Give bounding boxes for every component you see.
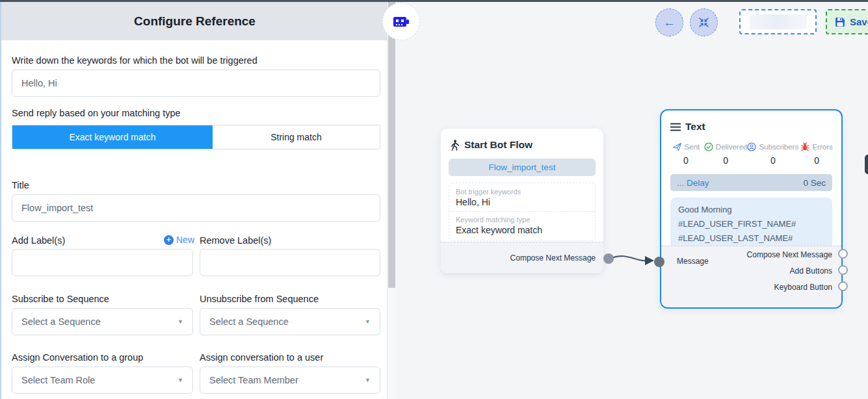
flow-name-button[interactable]: Flow_import_test [449, 159, 596, 176]
panel-header: Configure Reference [1, 2, 388, 40]
new-label-text: New [176, 235, 194, 245]
team-role-select[interactable]: Select Team Role ▼ [12, 367, 193, 394]
stat-errors-label: Errors [812, 143, 832, 151]
stat-delivered-value: 0 [723, 155, 728, 166]
arrow-left-icon: ← [663, 16, 676, 29]
panel-title: Configure Reference [134, 14, 256, 29]
compress-icon [698, 17, 709, 28]
add-labels-label: Add Label(s) [12, 235, 65, 246]
delay-row[interactable]: ... Delay 0 Sec [670, 174, 832, 191]
assign-group-label: Assign Conversation to a group [12, 352, 143, 363]
message-text-bubble[interactable]: Good Morning #LEAD_USER_FIRST_NAME# #LEA… [670, 198, 832, 251]
stat-errors-value: 0 [814, 155, 819, 166]
matching-type-mini-label: Keyword matching type [456, 216, 588, 224]
message-input-port[interactable] [654, 257, 664, 267]
panel-scrollbar-thumb[interactable] [388, 2, 395, 288]
title-label: Title [12, 180, 29, 190]
stat-delivered: Delivered 0 [704, 142, 748, 166]
matching-type-tabs: Exact keyword match String match [12, 125, 380, 149]
window-top-edge [0, 0, 868, 2]
chevron-down-icon: ▼ [365, 318, 371, 325]
chevron-down-icon: ▼ [178, 377, 183, 383]
robot-icon [391, 12, 411, 31]
unsubscribe-sequence-placeholder: Select a Sequence [209, 316, 289, 327]
slot-placeholder [750, 14, 807, 29]
menu-icon [670, 123, 681, 131]
matching-type-label: Send reply based on your matching type [12, 108, 181, 118]
keywords-label: Write down the keywords for which the bo… [12, 55, 257, 66]
delay-label: ... Delay [677, 178, 709, 188]
subscriber-icon [747, 142, 756, 151]
chevron-down-icon: ▼ [178, 318, 183, 325]
stat-delivered-label: Delivered [716, 143, 748, 151]
stat-subscribers-value: 0 [770, 155, 776, 166]
toolbar-empty-slot[interactable] [739, 9, 817, 34]
team-member-select[interactable]: Select Team Member ▼ [200, 367, 380, 394]
bot-badge [382, 3, 420, 40]
subscribe-sequence-select[interactable]: Select a Sequence ▼ [12, 308, 193, 335]
trigger-keywords-value: Hello, Hi [456, 197, 588, 207]
stat-subscribers-label: Subscribers [759, 143, 798, 151]
keywords-input[interactable] [12, 70, 380, 97]
tab-string-match[interactable]: String match [213, 125, 380, 149]
remove-labels-input[interactable] [200, 249, 380, 276]
start-node-title: Start Bot Flow [464, 139, 533, 151]
new-label-button[interactable]: + New [164, 235, 194, 245]
output-row-add-buttons: Add Buttons [661, 263, 841, 279]
title-input[interactable] [12, 194, 380, 222]
save-icon [835, 17, 845, 27]
keyboard-button-output-port[interactable] [838, 281, 848, 291]
compose-output-port[interactable] [838, 249, 848, 259]
start-node-footer: Compose Next Message [441, 242, 603, 273]
text-node-footer: Message Compose Next Message Add Buttons… [661, 246, 841, 307]
fit-view-button[interactable] [690, 8, 718, 36]
stat-subscribers: Subscribers 0 [747, 142, 798, 166]
subscribe-sequence-placeholder: Select a Sequence [21, 316, 101, 327]
text-node-title: Text [685, 121, 705, 133]
divider [449, 211, 595, 212]
trigger-config-box: Bot trigger keywords Hello, Hi Keyword m… [449, 183, 596, 241]
unsubscribe-sequence-label: Unsubscribe from Sequence [200, 294, 319, 304]
tab-exact-keyword-match[interactable]: Exact keyword match [12, 125, 213, 149]
plus-circle-icon: + [164, 235, 174, 245]
save-button-label: Save [850, 16, 868, 27]
start-node-header: Start Bot Flow [441, 129, 603, 151]
walking-person-icon [450, 140, 460, 151]
stats-row: Sent 0 Delivered 0 [661, 142, 841, 166]
team-role-placeholder: Select Team Role [21, 375, 95, 385]
matching-type-mini-value: Exact keyword match [456, 225, 588, 235]
subscribe-sequence-label: Subscribe to Sequence [12, 294, 109, 304]
delay-value: 0 Sec [803, 178, 826, 188]
add-buttons-output-port[interactable] [838, 265, 848, 275]
assign-user-label: Assign conversation to a user [200, 352, 323, 363]
stat-sent: Sent 0 [668, 142, 704, 166]
check-circle-icon [704, 142, 713, 151]
add-buttons-output-label: Add Buttons [790, 266, 832, 276]
compose-next-message-label: Compose Next Message [510, 253, 596, 263]
start-output-port[interactable] [603, 253, 614, 264]
remove-labels-label: Remove Label(s) [200, 235, 271, 246]
trigger-keywords-label: Bot trigger keywords [456, 188, 588, 196]
output-row-keyboard-button: Keyboard Button [661, 279, 841, 295]
output-row-compose: Compose Next Message [661, 246, 841, 263]
flow-connector-edge [609, 249, 661, 272]
team-member-placeholder: Select Team Member [209, 375, 298, 385]
paper-plane-icon [672, 142, 682, 151]
add-labels-input[interactable] [12, 249, 193, 276]
chevron-down-icon: ▼ [365, 377, 371, 383]
keyboard-button-output-label: Keyboard Button [774, 283, 832, 292]
unsubscribe-sequence-select[interactable]: Select a Sequence ▼ [200, 308, 380, 335]
text-message-node[interactable]: Text Sent 0 Delivered [660, 109, 843, 309]
stat-errors: Errors 0 [798, 142, 835, 166]
clipped-edge-element [865, 155, 868, 174]
flow-builder-page: Configure Reference Write down the keywo… [0, 0, 868, 399]
save-button[interactable]: Save [826, 9, 868, 34]
panel-scrollbar[interactable] [387, 2, 395, 399]
bug-icon [800, 142, 809, 151]
start-bot-flow-node[interactable]: Start Bot Flow Flow_import_test Bot trig… [441, 129, 603, 273]
text-node-header: Text [661, 110, 841, 133]
stat-sent-label: Sent [685, 143, 700, 151]
stat-sent-value: 0 [683, 155, 689, 166]
configure-reference-panel: Configure Reference Write down the keywo… [0, 0, 387, 399]
back-button[interactable]: ← [655, 8, 683, 36]
